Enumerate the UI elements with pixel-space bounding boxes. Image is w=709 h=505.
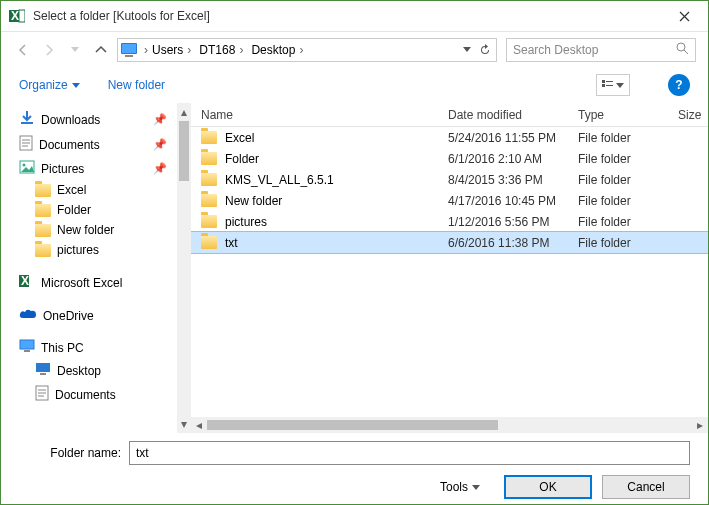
file-row[interactable]: Folder6/1/2016 2:10 AMFile folder <box>191 148 708 169</box>
svg-rect-20 <box>40 373 46 375</box>
scroll-up-icon[interactable]: ▴ <box>177 105 191 119</box>
svg-rect-18 <box>24 350 30 352</box>
tree-onedrive[interactable]: OneDrive <box>9 305 177 326</box>
tree-scrollbar[interactable]: ▴ ▾ <box>177 103 191 433</box>
scroll-left-icon[interactable]: ◂ <box>191 418 207 432</box>
history-dropdown[interactable] <box>458 39 476 61</box>
folder-icon <box>201 152 217 165</box>
svg-rect-7 <box>602 80 605 83</box>
pin-icon: 📌 <box>153 113 167 126</box>
file-date: 5/24/2016 11:55 PM <box>448 131 578 145</box>
breadcrumb-item[interactable]: Users› <box>148 39 195 61</box>
folder-icon <box>201 194 217 207</box>
search-input[interactable] <box>513 43 676 57</box>
folder-icon <box>35 204 51 217</box>
tree-desktop[interactable]: Desktop <box>9 359 177 382</box>
folder-icon <box>35 244 51 257</box>
file-row[interactable]: txt6/6/2016 11:38 PMFile folder <box>191 232 708 253</box>
tree-documents[interactable]: Documents📌 <box>9 132 177 157</box>
tree-documents-pc[interactable]: Documents <box>9 382 177 407</box>
scroll-right-icon[interactable]: ▸ <box>692 418 708 432</box>
folder-name-label: Folder name: <box>19 446 129 460</box>
col-name[interactable]: Name <box>201 108 448 122</box>
file-row[interactable]: New folder4/17/2016 10:45 PMFile folder <box>191 190 708 211</box>
svg-rect-17 <box>20 340 34 349</box>
tree-excel-app[interactable]: X Microsoft Excel <box>9 270 177 295</box>
ok-button[interactable]: OK <box>504 475 592 499</box>
tools-menu[interactable]: Tools <box>440 480 480 494</box>
titlebar: X Select a folder [Kutools for Excel] <box>1 1 708 31</box>
forward-button[interactable] <box>39 40 59 60</box>
view-options-button[interactable] <box>596 74 630 96</box>
horizontal-scrollbar[interactable]: ◂ ▸ <box>191 417 708 433</box>
tree-pictures[interactable]: Pictures📌 <box>9 157 177 180</box>
nav-tree[interactable]: Downloads📌 Documents📌 Pictures📌 Excel Fo… <box>1 103 177 433</box>
document-icon <box>35 385 49 404</box>
file-name: txt <box>225 236 238 250</box>
tree-folder-item[interactable]: New folder <box>9 220 177 240</box>
list-rows[interactable]: Excel5/24/2016 11:55 PMFile folderFolder… <box>191 127 708 417</box>
address-bar[interactable]: › Users› DT168› Desktop› <box>117 38 497 62</box>
tree-folder-item[interactable]: Excel <box>9 180 177 200</box>
folder-icon <box>35 184 51 197</box>
tree-folder-item[interactable]: pictures <box>9 240 177 260</box>
download-icon <box>19 110 35 129</box>
file-row[interactable]: pictures1/12/2016 5:56 PMFile folder <box>191 211 708 232</box>
hscroll-thumb[interactable] <box>207 420 498 430</box>
onedrive-icon <box>19 308 37 323</box>
list-header[interactable]: Name Date modified Type Size <box>191 103 708 127</box>
folder-icon <box>35 224 51 237</box>
file-date: 1/12/2016 5:56 PM <box>448 215 578 229</box>
file-list: Name Date modified Type Size Excel5/24/2… <box>191 103 708 433</box>
help-button[interactable]: ? <box>668 74 690 96</box>
file-name: Folder <box>225 152 259 166</box>
cancel-button[interactable]: Cancel <box>602 475 690 499</box>
pin-icon: 📌 <box>153 138 167 151</box>
svg-text:X: X <box>11 9 19 23</box>
excel-app-icon: X <box>9 8 25 24</box>
file-type: File folder <box>578 236 678 250</box>
col-date[interactable]: Date modified <box>448 108 578 122</box>
file-row[interactable]: KMS_VL_ALL_6.5.18/4/2015 3:36 PMFile fol… <box>191 169 708 190</box>
file-name: pictures <box>225 215 267 229</box>
breadcrumb-item[interactable]: DT168› <box>195 39 247 61</box>
svg-point-6 <box>677 43 685 51</box>
svg-rect-5 <box>125 55 133 57</box>
scrollbar-thumb[interactable] <box>179 121 189 181</box>
svg-rect-19 <box>36 363 50 372</box>
col-size[interactable]: Size <box>678 108 708 122</box>
tree-this-pc[interactable]: This PC <box>9 336 177 359</box>
search-box[interactable] <box>506 38 696 62</box>
file-row[interactable]: Excel5/24/2016 11:55 PMFile folder <box>191 127 708 148</box>
file-name: Excel <box>225 131 254 145</box>
col-type[interactable]: Type <box>578 108 678 122</box>
breadcrumb-item[interactable]: Desktop› <box>247 39 307 61</box>
recent-dropdown[interactable] <box>65 40 85 60</box>
tree-downloads[interactable]: Downloads📌 <box>9 107 177 132</box>
svg-rect-4 <box>122 44 136 53</box>
file-name: New folder <box>225 194 282 208</box>
refresh-button[interactable] <box>476 39 494 61</box>
file-date: 6/1/2016 2:10 AM <box>448 152 578 166</box>
search-icon <box>676 42 689 58</box>
tree-folder-item[interactable]: Folder <box>9 200 177 220</box>
file-date: 4/17/2016 10:45 PM <box>448 194 578 208</box>
svg-point-14 <box>23 164 26 167</box>
new-folder-button[interactable]: New folder <box>108 78 165 92</box>
desktop-icon <box>35 362 51 379</box>
organize-menu[interactable]: Organize <box>19 78 80 92</box>
folder-name-input[interactable] <box>129 441 690 465</box>
file-type: File folder <box>578 194 678 208</box>
back-button[interactable] <box>13 40 33 60</box>
up-button[interactable] <box>91 40 111 60</box>
file-type: File folder <box>578 152 678 166</box>
pin-icon: 📌 <box>153 162 167 175</box>
document-icon <box>19 135 33 154</box>
close-button[interactable] <box>668 4 700 28</box>
file-type: File folder <box>578 173 678 187</box>
dialog-title: Select a folder [Kutools for Excel] <box>33 9 668 23</box>
file-type: File folder <box>578 131 678 145</box>
scroll-down-icon[interactable]: ▾ <box>177 417 191 431</box>
svg-rect-8 <box>602 84 605 87</box>
excel-icon: X <box>19 273 35 292</box>
